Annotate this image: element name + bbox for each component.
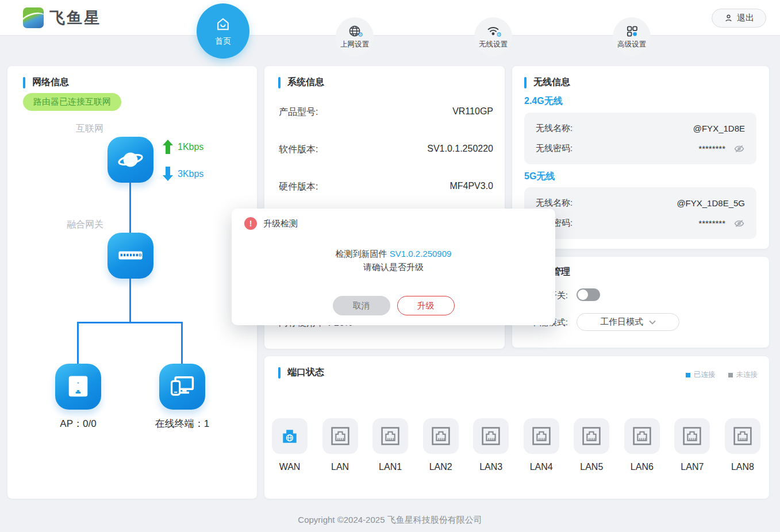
- access-point-icon: [63, 372, 93, 402]
- port-panel-title: 端口状态: [287, 367, 324, 379]
- router-dashboard: 飞鱼星 退出 首页 ⚙ 上网设置 ⚙ 无线设置 高级设置 网络信息 路由器已连接…: [0, 0, 780, 532]
- home-icon: [215, 16, 231, 32]
- system-row-software: 软件版本:SV1.0.1.250220: [279, 144, 493, 156]
- connection-status-badge: 路由器已连接互联网: [23, 93, 121, 111]
- gateway-node-icon: [107, 233, 153, 279]
- section-accent-bar: [278, 367, 281, 379]
- network-info-panel: 网络信息 路由器已连接互联网 互联网 1Kbps 3Kbps 融合网关: [7, 66, 257, 499]
- nav-tab-advanced-settings[interactable]: 高级设置: [613, 17, 651, 56]
- online-terminals-count: 在线终端：1: [142, 417, 222, 430]
- topology-line: [129, 279, 131, 323]
- gateway-label: 融合网关: [57, 219, 103, 231]
- band-5g-heading: 5G无线: [524, 171, 555, 183]
- nav-tab-home[interactable]: 首页: [197, 3, 249, 59]
- internet-label: 互联网: [57, 123, 103, 135]
- wireless-panel-title: 无线信息: [533, 76, 570, 88]
- planet-icon: [116, 145, 145, 175]
- nav-label-home: 首页: [215, 36, 231, 47]
- section-accent-bar: [278, 77, 281, 88]
- switch-device-icon: [116, 241, 145, 271]
- system-row-hardware: 硬件版本:MF4PV3.0: [279, 181, 493, 193]
- nav-label-wireless: 无线设置: [479, 40, 508, 49]
- topology-line: [77, 322, 183, 323]
- terminal-node-icon: [159, 364, 205, 410]
- dialog-header: ! 升级检测: [244, 217, 298, 230]
- lan-port-icon: [423, 418, 459, 454]
- confirm-question: 请确认是否升级: [232, 262, 555, 273]
- brand-logo: 飞鱼星: [23, 7, 101, 28]
- nav-label-internet: 上网设置: [340, 40, 369, 49]
- port-wan: WAN: [272, 418, 308, 472]
- energy-mode-select[interactable]: 工作日模式: [577, 313, 679, 331]
- ssid-row-5g: 无线名称: @FYX_1D8E_5G: [536, 198, 745, 209]
- lan-port-icon: [322, 418, 358, 454]
- dialog-title: 升级检测: [263, 218, 298, 229]
- grid-icon: [625, 25, 639, 38]
- band-2g-box: 无线名称: @FYX_1D8E 无线密码: ********: [524, 113, 756, 164]
- upgrade-check-dialog: ! 升级检测 检测到新固件 SV1.0.2.250909 请确认是否升级 取消 …: [232, 209, 555, 325]
- lan-port-icon: [372, 418, 408, 454]
- ap-count: AP：0/0: [44, 417, 113, 430]
- user-icon: [724, 13, 733, 23]
- port-lan1: LAN1: [372, 418, 408, 472]
- system-panel-title: 系统信息: [287, 76, 324, 88]
- lan-port-icon: [725, 418, 760, 454]
- nav-tab-wireless-settings[interactable]: ⚙ 无线设置: [474, 17, 512, 56]
- ssid-2g-value: @FYX_1D8E: [693, 124, 745, 133]
- arrow-up-icon: [163, 140, 173, 154]
- legend-connected-label: 已连接: [694, 370, 716, 380]
- port-lan4: LAN4: [524, 418, 559, 472]
- firmware-version: SV1.0.2.250909: [390, 249, 452, 259]
- nav-tab-internet-settings[interactable]: ⚙ 上网设置: [336, 17, 374, 56]
- band-2g-heading: 2.4G无线: [524, 95, 563, 107]
- system-row-model: 产品型号:VR110GP: [279, 106, 493, 118]
- gear-icon: ⚙: [358, 31, 363, 38]
- lan-port-icon: [473, 418, 509, 454]
- ports-row: WAN LAN LAN1 LAN2: [272, 418, 760, 472]
- port-lan7: LAN7: [674, 418, 710, 472]
- warning-icon: !: [244, 217, 257, 230]
- ssid-5g-value: @FYX_1D8E_5G: [677, 198, 745, 208]
- upload-speed: 1Kbps: [163, 140, 203, 154]
- port-lan2: LAN2: [423, 418, 459, 472]
- port-lan: LAN: [322, 418, 358, 472]
- firmware-message: 检测到新固件 SV1.0.2.250909: [232, 249, 555, 260]
- password-5g-value: ********: [698, 218, 725, 228]
- nav-label-advanced: 高级设置: [617, 40, 646, 49]
- port-lan5: LAN5: [574, 418, 609, 472]
- password-row-2g: 无线密码: ********: [536, 143, 745, 154]
- port-lan3: LAN3: [473, 418, 509, 472]
- brand-logo-text: 飞鱼星: [49, 7, 101, 28]
- top-bar: 飞鱼星 退出: [0, 0, 780, 36]
- ssid-row-2g: 无线名称: @FYX_1D8E: [536, 123, 745, 134]
- topology-line: [129, 183, 131, 234]
- legend-disconnected-label: 未连接: [736, 370, 758, 380]
- legend-disconnected-swatch: [728, 373, 733, 377]
- upgrade-button[interactable]: 升级: [397, 296, 455, 315]
- logout-button[interactable]: 退出: [712, 9, 766, 28]
- topology-line: [181, 322, 183, 364]
- port-lan6: LAN6: [624, 418, 660, 472]
- toggle-knob: [578, 290, 588, 300]
- section-accent-bar: [23, 77, 25, 88]
- password-row-5g: 无线密码: ********: [536, 218, 745, 229]
- port-status-panel: 端口状态 已连接 未连接 WAN LAN: [264, 356, 769, 499]
- gear-icon: ⚙: [496, 31, 502, 38]
- eye-off-icon[interactable]: [733, 218, 745, 229]
- devices-icon: [167, 372, 197, 402]
- lan-port-icon: [574, 418, 609, 454]
- band-5g-box: 无线名称: @FYX_1D8E_5G 无线密码: ********: [524, 187, 756, 239]
- download-speed: 3Kbps: [163, 167, 203, 181]
- copyright-text: Copyright ©2024-2025 飞鱼星科技股份有限公司: [0, 515, 780, 526]
- cancel-button[interactable]: 取消: [333, 296, 390, 315]
- password-2g-value: ********: [698, 144, 725, 153]
- eye-off-icon[interactable]: [733, 144, 745, 154]
- arrow-down-icon: [163, 167, 173, 181]
- logout-label: 退出: [737, 13, 754, 24]
- energy-switch-toggle[interactable]: [577, 288, 600, 301]
- ap-node-icon: [55, 364, 101, 410]
- port-legend: 已连接 未连接: [686, 370, 758, 380]
- wan-port-icon: [272, 418, 308, 454]
- energy-mode-value: 工作日模式: [600, 317, 643, 327]
- legend-connected-swatch: [686, 373, 690, 377]
